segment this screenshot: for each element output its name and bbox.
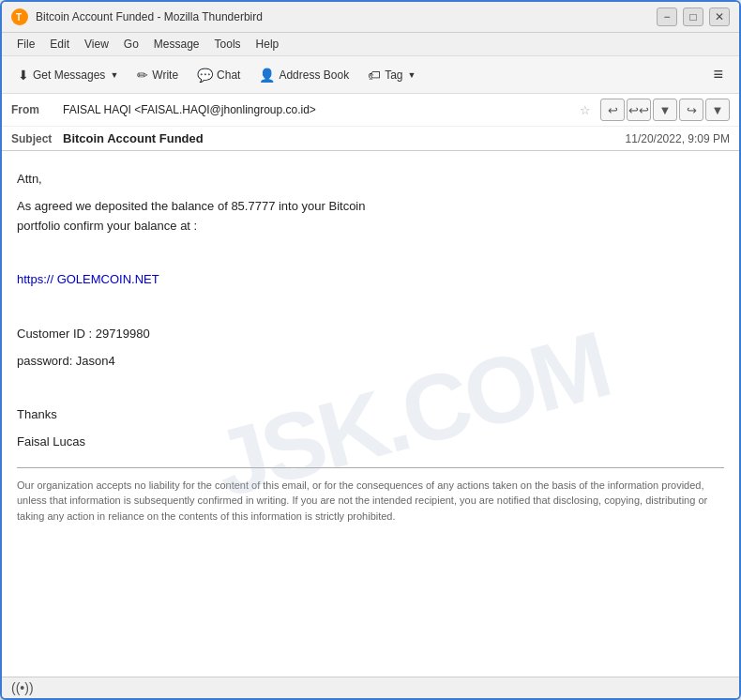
email-date: 11/20/2022, 9:09 PM bbox=[626, 132, 730, 145]
write-button[interactable]: ✏ Write bbox=[129, 63, 187, 87]
menu-message[interactable]: Message bbox=[146, 35, 207, 53]
maximize-button[interactable]: □ bbox=[683, 8, 703, 26]
svg-text:T: T bbox=[16, 12, 22, 23]
reply-all-button[interactable]: ↩↩ bbox=[627, 99, 651, 121]
body-link[interactable]: https:// GOLEMCOIN.NET bbox=[17, 270, 724, 290]
reply-button[interactable]: ↩ bbox=[600, 99, 625, 121]
get-messages-dropdown-icon[interactable]: ▼ bbox=[110, 70, 118, 80]
menu-tools[interactable]: Tools bbox=[207, 35, 249, 53]
connection-icon: ((•)) bbox=[11, 680, 34, 695]
forward-button[interactable]: ↪ bbox=[679, 99, 703, 121]
toolbar: ⬇ Get Messages ▼ ✏ Write 💬 Chat 👤 Addres… bbox=[2, 56, 739, 94]
get-messages-icon: ⬇ bbox=[18, 68, 29, 83]
title-bar: T Bitcoin Account Funded - Mozilla Thund… bbox=[2, 2, 739, 33]
from-row: From FAISAL HAQI <FAISAL.HAQI@jhonlingro… bbox=[2, 94, 739, 127]
menu-view[interactable]: View bbox=[77, 35, 116, 53]
get-messages-label: Get Messages bbox=[33, 68, 105, 82]
write-label: Write bbox=[152, 68, 178, 82]
email-header: From FAISAL HAQI <FAISAL.HAQI@jhonlingro… bbox=[2, 94, 739, 151]
hamburger-icon: ≡ bbox=[713, 65, 723, 84]
menu-edit[interactable]: Edit bbox=[42, 35, 77, 53]
email-body: JSK.COM Attn, As agreed we deposited the… bbox=[2, 151, 739, 677]
close-button[interactable]: ✕ bbox=[709, 8, 730, 26]
hamburger-menu-button[interactable]: ≡ bbox=[704, 60, 732, 89]
body-url bbox=[17, 243, 724, 263]
menu-file[interactable]: File bbox=[9, 35, 42, 53]
disclaimer-divider bbox=[17, 467, 724, 468]
chat-label: Chat bbox=[217, 68, 240, 82]
menu-go[interactable]: Go bbox=[116, 35, 146, 53]
body-customer-id: Customer ID : 29719980 bbox=[17, 325, 724, 344]
body-line1: As agreed we deposited the balance of 85… bbox=[17, 197, 724, 236]
body-password: password: Jason4 bbox=[17, 352, 724, 372]
tag-dropdown-icon[interactable]: ▼ bbox=[408, 70, 416, 80]
tag-icon: 🏷 bbox=[368, 68, 381, 83]
from-label: From bbox=[11, 103, 63, 116]
body-blank3 bbox=[17, 378, 724, 398]
window-controls: − □ ✕ bbox=[657, 8, 730, 26]
body-signature: Faisal Lucas bbox=[17, 433, 724, 452]
menu-bar: File Edit View Go Message Tools Help bbox=[2, 33, 739, 56]
chat-icon: 💬 bbox=[197, 68, 213, 83]
tag-button[interactable]: 🏷 Tag ▼ bbox=[359, 63, 424, 87]
address-book-icon: 👤 bbox=[259, 68, 275, 83]
address-book-label: Address Book bbox=[279, 68, 349, 82]
window-title: Bitcoin Account Funded - Mozilla Thunder… bbox=[36, 10, 657, 23]
body-blank2 bbox=[17, 297, 724, 317]
nav-buttons: ↩ ↩↩ ▼ ↪ ▼ bbox=[600, 99, 730, 121]
chat-button[interactable]: 💬 Chat bbox=[189, 63, 249, 87]
star-icon[interactable]: ☆ bbox=[580, 103, 591, 117]
body-thanks: Thanks bbox=[17, 405, 724, 425]
address-book-button[interactable]: 👤 Address Book bbox=[250, 63, 357, 87]
menu-help[interactable]: Help bbox=[249, 35, 287, 53]
minimize-button[interactable]: − bbox=[657, 8, 677, 26]
write-icon: ✏ bbox=[137, 68, 148, 83]
status-bar: ((•)) bbox=[2, 677, 739, 698]
forward-more-button[interactable]: ▼ bbox=[705, 99, 730, 121]
subject-row: Subject Bitcoin Account Funded 11/20/202… bbox=[2, 127, 739, 150]
disclaimer-text: Our organization accepts no liability fo… bbox=[17, 478, 724, 525]
from-value: FAISAL HAQI <FAISAL.HAQI@jhonlingroup.co… bbox=[63, 103, 574, 116]
tag-label: Tag bbox=[385, 68, 402, 82]
subject-label: Subject bbox=[11, 132, 63, 145]
app-window: T Bitcoin Account Funded - Mozilla Thund… bbox=[0, 0, 741, 700]
get-messages-button[interactable]: ⬇ Get Messages ▼ bbox=[9, 63, 127, 87]
more-button[interactable]: ▼ bbox=[653, 99, 677, 121]
body-greeting: Attn, bbox=[17, 170, 724, 190]
subject-value: Bitcoin Account Funded bbox=[63, 131, 204, 145]
app-icon: T bbox=[11, 8, 28, 25]
